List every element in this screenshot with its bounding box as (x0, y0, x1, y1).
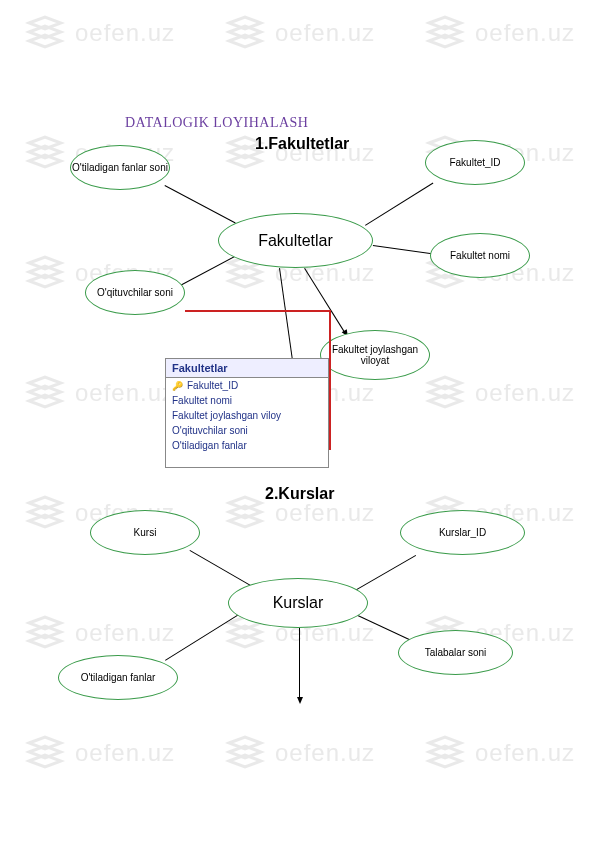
db-table-header: Fakultetlar (166, 359, 328, 378)
attr-fakultet-nomi: Fakultet nomi (430, 233, 530, 278)
db-field: O'qituvchilar soni (166, 423, 328, 438)
watermark: oefen.uz (25, 735, 175, 770)
db-connector (329, 310, 331, 450)
db-field: O'tiladigan fanlar (166, 438, 328, 453)
connector (365, 183, 433, 226)
watermark: oefen.uz (25, 615, 175, 650)
attr-kurslar-id: Kurslar_ID (400, 510, 525, 555)
connector (304, 268, 345, 332)
connector (190, 550, 251, 586)
attr-otiladigan-fanlar-soni: O'tiladigan fanlar soni (70, 145, 170, 190)
connector (165, 185, 236, 223)
watermark: oefen.uz (25, 375, 175, 410)
section-heading-1: 1.Fakultetlar (255, 135, 349, 153)
watermark: oefen.uz (425, 375, 575, 410)
page-title: DATALOGIK LOYIHALASH (125, 115, 308, 131)
attr-oqituvchilar-soni: O'qituvchilar soni (85, 270, 185, 315)
watermark: oefen.uz (425, 735, 575, 770)
watermark: oefen.uz (225, 15, 375, 50)
attr-fakultet-id: Fakultet_ID (425, 140, 525, 185)
watermark: oefen.uz (225, 735, 375, 770)
connector (165, 610, 246, 661)
section-heading-2: 2.Kurslar (265, 485, 334, 503)
watermark: oefen.uz (25, 15, 175, 50)
db-field: 🔑Fakultet_ID (166, 378, 328, 393)
attr-fakultet-viloyat: Fakultet joylashgan viloyat (320, 330, 430, 380)
connector (279, 268, 294, 365)
entity-kurslar: Kurslar (228, 578, 368, 628)
db-field: Fakultet nomi (166, 393, 328, 408)
key-icon: 🔑 (172, 381, 183, 391)
entity-fakultetlar: Fakultetlar (218, 213, 373, 268)
watermark: oefen.uz (425, 15, 575, 50)
attr-kursi: Kursi (90, 510, 200, 555)
attr-otiladigan-fanlar: O'tiladigan fanlar (58, 655, 178, 700)
connector (299, 628, 300, 698)
db-field: Fakultet joylashgan viloy (166, 408, 328, 423)
attr-talabalar-soni: Talabalar soni (398, 630, 513, 675)
connector (355, 555, 416, 591)
db-table-fakultetlar: Fakultetlar 🔑Fakultet_ID Fakultet nomi F… (165, 358, 329, 468)
db-connector (185, 310, 330, 312)
connector (373, 245, 438, 255)
